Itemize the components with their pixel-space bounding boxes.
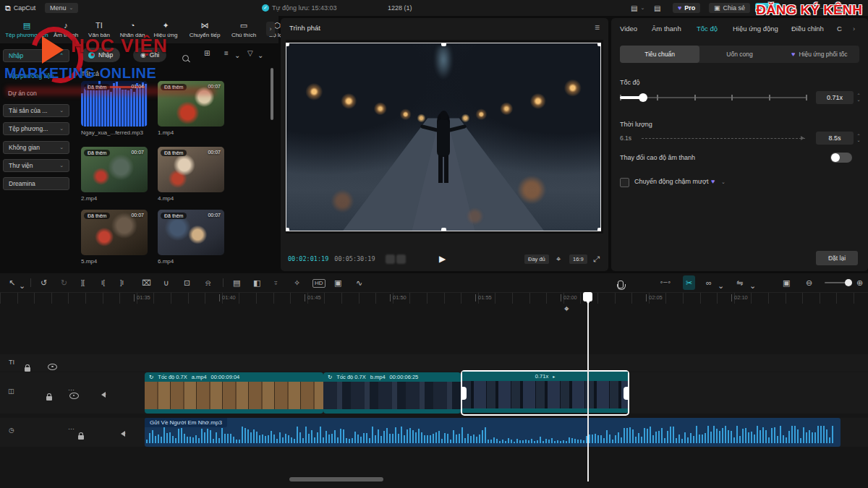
delete-icon[interactable]: ⌧ (142, 277, 151, 288)
link-clips-icon[interactable]: ∞ (706, 277, 712, 288)
frame-focus-icon[interactable]: ⌖ (556, 254, 561, 264)
pitch-toggle[interactable] (830, 153, 852, 163)
media-thumbnail[interactable]: Đã thêm 00:07 (158, 210, 224, 255)
layout-switch-button[interactable]: ▤ ⌄ (631, 0, 644, 16)
search-icon[interactable] (182, 55, 189, 61)
subtab-standard[interactable]: Tiêu chuẩn (620, 46, 699, 63)
trim-left-icon[interactable]: I[ (101, 277, 105, 288)
media-scrollbar[interactable] (271, 68, 273, 120)
auto-cut-icon[interactable]: ✂ (683, 275, 695, 290)
text-track-lane[interactable] (0, 354, 868, 372)
undo-icon[interactable]: ↺ (41, 277, 47, 288)
media-thumbnail[interactable]: Đã thêm 00:07 (81, 210, 148, 255)
playhead-line[interactable] (587, 292, 589, 481)
tab-video[interactable]: Video (620, 25, 637, 33)
player-menu-icon[interactable]: ≡ (595, 22, 600, 33)
trim-right-icon[interactable]: ]I (120, 277, 124, 288)
sort-icon[interactable]: ≡ (224, 49, 229, 57)
more-options-icon[interactable]: ··· (68, 425, 75, 432)
mask-icon[interactable]: ∪ (163, 277, 169, 288)
timeline-zoom-slider[interactable] (825, 282, 852, 283)
speed-value-box[interactable]: 0.71x (816, 91, 854, 104)
fit-button[interactable]: Đầy đủ (524, 254, 549, 264)
timeline-clip-a[interactable]: ↻ Tốc độ 0.7X a.mp4 00:00:09:04 (145, 372, 323, 414)
audio-eq-icon[interactable]: ∿ (356, 277, 362, 288)
layout-alt-button[interactable]: ▤ (654, 0, 660, 16)
lock-icon[interactable] (78, 435, 84, 440)
crop-icon[interactable]: ⊡ (184, 277, 190, 288)
video-preview[interactable] (286, 43, 601, 231)
reset-button[interactable]: Đặt lại (816, 251, 858, 265)
extract-audio-icon[interactable]: ◧ (253, 277, 260, 288)
voiceover-mic-icon[interactable] (618, 281, 624, 288)
play-button[interactable]: ▶ (439, 254, 446, 264)
chevron-down-icon[interactable]: ⌄ (718, 280, 724, 291)
remove-background-icon[interactable]: ⍤ (273, 277, 278, 288)
media-item-2[interactable]: Đã thêm 00:07 2.mp4 (81, 147, 148, 202)
zoom-slider-knob[interactable] (845, 279, 852, 286)
sidebar-item-dreamina[interactable]: Dreamina (3, 177, 69, 190)
smooth-motion-checkbox[interactable] (620, 178, 629, 187)
timeline-ruler[interactable]: 01:35 01:40 01:45 01:50 01:55 02:00 02:0… (0, 293, 868, 304)
subtab-curve[interactable]: Uốn cong (699, 46, 779, 63)
keyframe-icon[interactable]: ∘─∘ (660, 277, 671, 288)
media-thumbnail[interactable]: Đã thêm 00:07 (158, 147, 224, 192)
ribbon-tab-transitions[interactable]: ⋈ Chuyển tiếp (182, 21, 227, 38)
duration-value-box[interactable]: 8.5s (816, 132, 854, 145)
tab-adjust[interactable]: Điều chỉnh (791, 25, 824, 33)
zoom-in-icon[interactable]: ⊕ (856, 277, 863, 288)
hd-quality-icon[interactable]: HD (312, 279, 326, 288)
grid-view-icon[interactable]: ⊞ (204, 49, 210, 57)
filter-funnel-icon[interactable]: ▽ (247, 49, 253, 57)
ribbon-tab-captions[interactable]: ▭ Chú thích (227, 21, 260, 38)
fullscreen-icon[interactable]: ⤢ (593, 254, 600, 264)
lock-icon[interactable] (25, 367, 30, 372)
trim-handle-left[interactable] (462, 387, 467, 400)
subtab-velocity[interactable]: ♥ Hiệu ứng phối tốc (780, 46, 859, 63)
enhance-icon[interactable]: ✧ (294, 277, 300, 288)
smart-tools-icon[interactable]: ▣ (334, 277, 341, 288)
pro-button[interactable]: ♥Pro (673, 2, 700, 14)
zoom-out-icon[interactable]: ⊖ (806, 277, 812, 288)
sidebar-item-media-library[interactable]: Tệp phương...⌄ (3, 122, 69, 135)
media-item-5[interactable]: Đã thêm 00:07 5.mp4 (81, 210, 148, 265)
menu-button[interactable]: Menu⌄ (45, 2, 78, 14)
tab-truncated[interactable]: C (837, 25, 842, 33)
share-button[interactable]: ▣Chia sẻ (709, 2, 750, 14)
sidebar-item-library[interactable]: Thư viện⌄ (3, 159, 69, 172)
speed-stepper[interactable]: ⌃⌄ (855, 91, 862, 104)
lock-icon[interactable] (46, 396, 52, 401)
timeline-clip-b[interactable]: ↻ Tốc độ 0.7X b.mp4 00:00:06:25 (323, 372, 461, 414)
tab-animation[interactable]: Hiệu ứng động (733, 25, 778, 33)
tabs-scroll-right[interactable]: › (853, 25, 855, 33)
media-item-6[interactable]: Đã thêm 00:07 6.mp4 (158, 210, 224, 265)
redo-icon[interactable]: ↻ (61, 277, 67, 288)
playhead-handle[interactable] (583, 292, 592, 301)
chevron-down-icon[interactable]: ⌄ (721, 179, 726, 185)
preview-frame-icon[interactable]: ▣ (783, 277, 790, 288)
auto-caption-icon[interactable]: ▤ (233, 277, 240, 288)
tab-speed[interactable]: Tốc độ (697, 25, 718, 33)
tab-audio[interactable]: Âm thanh (652, 25, 681, 33)
trim-handle-right[interactable] (624, 387, 628, 400)
sidebar-item-spaces[interactable]: Không gian⌄ (3, 141, 69, 154)
beat-marker-icon[interactable]: ⍾ (205, 277, 210, 288)
chevron-down-icon[interactable]: ⌄ (19, 280, 25, 291)
aspect-ratio-button[interactable]: 16:9 (569, 254, 587, 264)
timeline-clip-selected[interactable]: 0.71x ▸ (461, 370, 629, 416)
speaker-icon[interactable] (118, 431, 125, 437)
more-options-icon[interactable]: ··· (68, 386, 75, 393)
sidebar-item-your-assets[interactable]: Tài sản của ...⌄ (3, 104, 69, 117)
speaker-icon[interactable] (98, 392, 106, 398)
chevron-down-icon[interactable]: ⌄ (749, 280, 756, 291)
select-tool-icon[interactable]: ↖ (9, 277, 15, 288)
ribbon-collapse-button[interactable]: › (266, 22, 275, 36)
media-item-4[interactable]: Đã thêm 00:07 4.mp4 (158, 147, 224, 202)
speed-slider[interactable] (620, 97, 807, 98)
duration-stepper[interactable]: ⌃⌄ (855, 132, 862, 145)
split-icon[interactable]: ][ (81, 277, 85, 288)
timeline-audio-clip[interactable]: Gửi Về Người Em Nhớ.mp3 (145, 418, 841, 447)
speed-slider-knob[interactable] (639, 93, 647, 102)
timeline-scrollbar[interactable] (289, 477, 383, 481)
mirror-icon[interactable]: ⇋ (736, 277, 743, 288)
